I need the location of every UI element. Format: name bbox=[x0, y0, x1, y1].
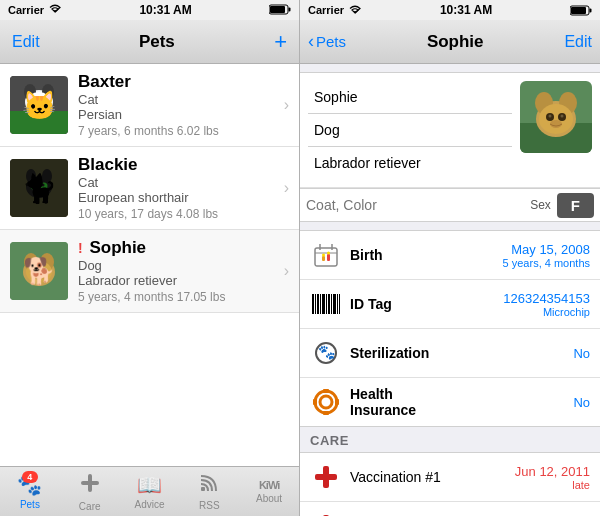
svg-point-42 bbox=[549, 115, 552, 118]
svg-point-8 bbox=[31, 99, 37, 105]
tab-rss-label: RSS bbox=[199, 500, 220, 511]
left-add-button[interactable]: + bbox=[274, 29, 287, 55]
tab-about-icon: KiWi bbox=[259, 479, 279, 491]
insurance-value: No bbox=[573, 395, 590, 410]
svg-rect-62 bbox=[337, 294, 338, 314]
tab-advice-icon: 📖 bbox=[137, 473, 162, 497]
svg-point-6 bbox=[42, 84, 54, 100]
svg-rect-50 bbox=[327, 254, 330, 261]
svg-point-25 bbox=[31, 268, 37, 274]
coat-field[interactable] bbox=[300, 189, 524, 221]
svg-point-4 bbox=[25, 90, 53, 114]
svg-rect-70 bbox=[323, 411, 329, 415]
svg-point-39 bbox=[539, 104, 573, 134]
right-edit-button[interactable]: Edit bbox=[564, 33, 592, 51]
info-row-birth: Birth May 15, 2008 5 years, 4 months bbox=[300, 231, 600, 280]
left-panel: Carrier 10:31 AM Edit Pets + bbox=[0, 0, 300, 516]
tab-rss[interactable]: RSS bbox=[179, 467, 239, 516]
birth-label: Birth bbox=[350, 247, 503, 263]
pet-species-blackie: Cat European shorthair bbox=[78, 175, 280, 205]
info-row-insurance: HealthInsurance No bbox=[300, 378, 600, 426]
sex-label: Sex bbox=[524, 198, 557, 212]
left-wifi-icon bbox=[48, 4, 62, 16]
tab-about[interactable]: KiWi About bbox=[239, 467, 299, 516]
pet-photo bbox=[520, 81, 592, 153]
svg-rect-57 bbox=[322, 294, 325, 314]
form-fields bbox=[308, 81, 512, 179]
left-carrier: Carrier bbox=[8, 4, 62, 16]
left-status-bar: Carrier 10:31 AM bbox=[0, 0, 299, 20]
svg-rect-71 bbox=[313, 399, 317, 405]
svg-point-18 bbox=[32, 184, 35, 187]
species-field[interactable] bbox=[308, 114, 512, 147]
detail-content: Sex F bbox=[300, 64, 600, 516]
svg-rect-58 bbox=[326, 294, 327, 314]
tab-care-label: Care bbox=[79, 501, 101, 512]
info-section: Birth May 15, 2008 5 years, 4 months bbox=[300, 230, 600, 427]
pet-species-sophie: Dog Labrador retiever bbox=[78, 258, 280, 288]
svg-point-24 bbox=[26, 261, 52, 283]
left-battery-icon bbox=[269, 4, 291, 17]
right-battery-icon bbox=[570, 5, 592, 16]
back-label: Pets bbox=[316, 33, 346, 50]
id-tag-label: ID Tag bbox=[350, 296, 503, 312]
sex-button[interactable]: F bbox=[557, 193, 594, 218]
id-tag-value: 126324354153 Microchip bbox=[503, 291, 590, 318]
breed-field[interactable] bbox=[308, 147, 512, 179]
pet-info-baxter: Baxter Cat Persian 7 years, 6 months 6.0… bbox=[78, 72, 280, 138]
tab-advice[interactable]: 📖 Advice bbox=[120, 467, 180, 516]
svg-rect-20 bbox=[10, 242, 68, 300]
name-field[interactable] bbox=[308, 81, 512, 114]
pet-item-sophie[interactable]: ! Sophie Dog Labrador retiever 5 years, … bbox=[0, 230, 299, 313]
tab-pets-label: Pets bbox=[20, 499, 40, 510]
pet-item-blackie[interactable]: Blackie Cat European shorthair 10 years,… bbox=[0, 147, 299, 230]
pet-species-baxter: Cat Persian bbox=[78, 92, 280, 122]
insurance-label: HealthInsurance bbox=[350, 386, 573, 418]
right-panel: Carrier 10:31 AM ‹ Pets Sophie Edit bbox=[300, 0, 600, 516]
svg-rect-59 bbox=[328, 294, 330, 314]
svg-rect-69 bbox=[323, 389, 329, 393]
pet-thumb-baxter bbox=[10, 76, 68, 134]
insurance-icon bbox=[310, 386, 342, 418]
svg-point-26 bbox=[41, 268, 47, 274]
pet-chevron-sophie: › bbox=[284, 262, 289, 280]
svg-point-19 bbox=[42, 184, 45, 187]
care-header: CARE bbox=[300, 427, 600, 452]
vax-1-date: Jun 12, 2011 late bbox=[515, 464, 590, 491]
vaccinations-section: Vaccination #1 Jun 12, 2011 late Vaccina… bbox=[300, 452, 600, 516]
tab-about-label: About bbox=[256, 493, 282, 504]
right-nav-bar: ‹ Pets Sophie Edit bbox=[300, 20, 600, 64]
svg-rect-32 bbox=[589, 8, 591, 12]
svg-point-16 bbox=[31, 183, 38, 190]
svg-text:14539: 14539 bbox=[319, 315, 333, 316]
coat-sex-row: Sex F bbox=[300, 188, 600, 222]
svg-point-67 bbox=[315, 391, 337, 413]
tab-care[interactable]: Care bbox=[60, 467, 120, 516]
svg-point-68 bbox=[320, 396, 332, 408]
vax-2-icon bbox=[310, 510, 342, 516]
sophie-alert-icon: ! bbox=[78, 240, 83, 256]
vaccination-2-row[interactable]: Vaccination #2 bbox=[300, 502, 600, 516]
id-tag-icon: 14539 bbox=[310, 288, 342, 320]
pet-details-baxter: 7 years, 6 months 6.02 lbs bbox=[78, 124, 280, 138]
svg-rect-12 bbox=[10, 159, 68, 217]
vax-1-label: Vaccination #1 bbox=[350, 469, 515, 485]
tab-pets[interactable]: 🐾 4 Pets bbox=[0, 467, 60, 516]
svg-point-21 bbox=[23, 258, 55, 286]
left-nav-title: Pets bbox=[139, 32, 175, 52]
pet-item-baxter[interactable]: Baxter Cat Persian 7 years, 6 months 6.0… bbox=[0, 64, 299, 147]
svg-rect-49 bbox=[322, 256, 325, 261]
svg-point-44 bbox=[550, 120, 562, 128]
pet-details-sophie: 5 years, 4 months 17.05 lbs bbox=[78, 290, 280, 304]
svg-point-51 bbox=[322, 254, 325, 257]
pet-thumb-sophie bbox=[10, 242, 68, 300]
left-edit-button[interactable]: Edit bbox=[12, 33, 40, 51]
pet-chevron-baxter: › bbox=[284, 96, 289, 114]
vaccination-1-row[interactable]: Vaccination #1 Jun 12, 2011 late bbox=[300, 453, 600, 502]
right-carrier: Carrier bbox=[308, 4, 362, 16]
svg-point-27 bbox=[34, 274, 44, 280]
back-button[interactable]: ‹ Pets bbox=[308, 31, 346, 52]
birth-value: May 15, 2008 5 years, 4 months bbox=[503, 242, 590, 269]
svg-rect-30 bbox=[201, 487, 205, 491]
pet-name-blackie: Blackie bbox=[78, 155, 280, 175]
